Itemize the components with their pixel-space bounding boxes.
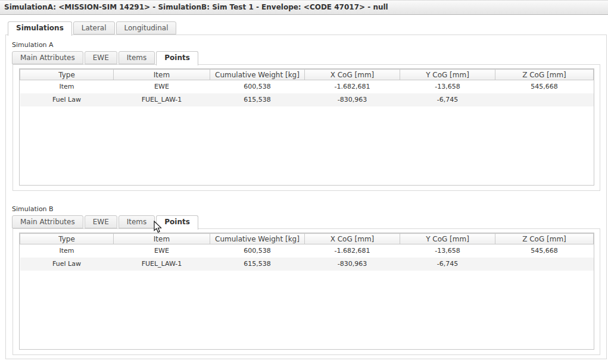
- sim-a-tab-ewe[interactable]: EWE: [85, 51, 117, 64]
- column-header-item[interactable]: Item: [114, 70, 210, 80]
- sim-a-tab-points[interactable]: Points: [156, 51, 198, 65]
- cell-type: Fuel Law: [20, 258, 114, 271]
- cell-type: Fuel Law: [20, 93, 114, 106]
- column-header-y-cog[interactable]: Y CoG [mm]: [400, 234, 495, 244]
- mouse-cursor-icon: [154, 221, 163, 234]
- cell-cumulative-weight: 600,538: [210, 244, 305, 258]
- tab-simulations[interactable]: Simulations: [8, 21, 72, 36]
- cell-x-cog: -1.682,681: [305, 80, 400, 93]
- cell-cumulative-weight: 615,538: [210, 258, 305, 271]
- column-header-x-cog[interactable]: X CoG [mm]: [305, 234, 400, 244]
- table-header-row: Type Item Cumulative Weight [kg] X CoG […: [20, 234, 594, 244]
- cell-y-cog: -6,745: [400, 93, 495, 106]
- sim-b-tab-main-attributes[interactable]: Main Attributes: [12, 215, 83, 228]
- cell-item: EWE: [114, 244, 210, 258]
- cell-type: Item: [20, 244, 114, 258]
- section-label-simulation-a: Simulation A: [12, 41, 54, 49]
- cell-y-cog: -13,658: [400, 80, 495, 93]
- sim-a-tab-main-attributes[interactable]: Main Attributes: [12, 51, 83, 64]
- sim-b-tab-ewe[interactable]: EWE: [85, 215, 117, 228]
- simulation-a-points-table: Type Item Cumulative Weight [kg] X CoG […: [19, 68, 594, 186]
- table-row[interactable]: Item EWE 600,538 -1.682,681 -13,658 545,…: [20, 80, 594, 93]
- column-header-item[interactable]: Item: [114, 234, 210, 244]
- window-title: SimulationA: <MISSION-SIM 14291> - Simul…: [4, 3, 388, 11]
- simulation-a-points-panel: Type Item Cumulative Weight [kg] X CoG […: [13, 64, 600, 191]
- simulation-b-points-panel: Type Item Cumulative Weight [kg] X CoG […: [13, 228, 600, 355]
- section-label-simulation-b: Simulation B: [12, 205, 54, 213]
- tab-longitudinal[interactable]: Longitudinal: [116, 21, 177, 34]
- column-header-z-cog[interactable]: Z CoG [mm]: [495, 70, 594, 80]
- simulation-a-tab-bar: Main Attributes EWE Items Points: [12, 51, 199, 65]
- sim-b-tab-items[interactable]: Items: [119, 215, 155, 228]
- cell-type: Item: [20, 80, 114, 93]
- table-row[interactable]: Fuel Law FUEL_LAW-1 615,538 -830,963 -6,…: [20, 93, 594, 106]
- column-header-type[interactable]: Type: [20, 234, 114, 244]
- cell-item: FUEL_LAW-1: [114, 258, 210, 271]
- window-title-bar: SimulationA: <MISSION-SIM 14291> - Simul…: [0, 0, 608, 15]
- sim-a-tab-items[interactable]: Items: [119, 51, 155, 64]
- cell-x-cog: -830,963: [305, 93, 400, 106]
- cell-z-cog: 545,668: [495, 244, 594, 258]
- cell-x-cog: -830,963: [305, 258, 400, 271]
- column-header-x-cog[interactable]: X CoG [mm]: [305, 70, 400, 80]
- column-header-z-cog[interactable]: Z CoG [mm]: [495, 234, 594, 244]
- tab-lateral[interactable]: Lateral: [73, 21, 115, 34]
- table-header-row: Type Item Cumulative Weight [kg] X CoG […: [20, 70, 594, 80]
- column-header-type[interactable]: Type: [20, 70, 114, 80]
- column-header-y-cog[interactable]: Y CoG [mm]: [400, 70, 495, 80]
- simulation-b-tab-bar: Main Attributes EWE Items Points: [12, 215, 199, 230]
- column-header-cumulative-weight[interactable]: Cumulative Weight [kg]: [210, 234, 305, 244]
- table-row[interactable]: Fuel Law FUEL_LAW-1 615,538 -830,963 -6,…: [20, 258, 594, 271]
- simulation-b-points-table: Type Item Cumulative Weight [kg] X CoG […: [19, 233, 594, 350]
- table-row[interactable]: Item EWE 600,538 -1.682,681 -13,658 545,…: [20, 244, 594, 258]
- cell-cumulative-weight: 615,538: [210, 93, 305, 106]
- cell-z-cog: [495, 93, 594, 106]
- cell-item: FUEL_LAW-1: [114, 93, 210, 106]
- cell-z-cog: 545,668: [495, 80, 594, 93]
- column-header-cumulative-weight[interactable]: Cumulative Weight [kg]: [210, 70, 305, 80]
- cell-cumulative-weight: 600,538: [210, 80, 305, 93]
- cell-x-cog: -1.682,681: [305, 244, 400, 258]
- cell-y-cog: -6,745: [400, 258, 495, 271]
- cell-item: EWE: [114, 80, 210, 93]
- cell-y-cog: -13,658: [400, 244, 495, 258]
- simulations-panel: Simulation A Main Attributes EWE Items P…: [5, 34, 607, 359]
- cell-z-cog: [495, 258, 594, 271]
- main-tab-bar: Simulations Lateral Longitudinal: [8, 21, 177, 36]
